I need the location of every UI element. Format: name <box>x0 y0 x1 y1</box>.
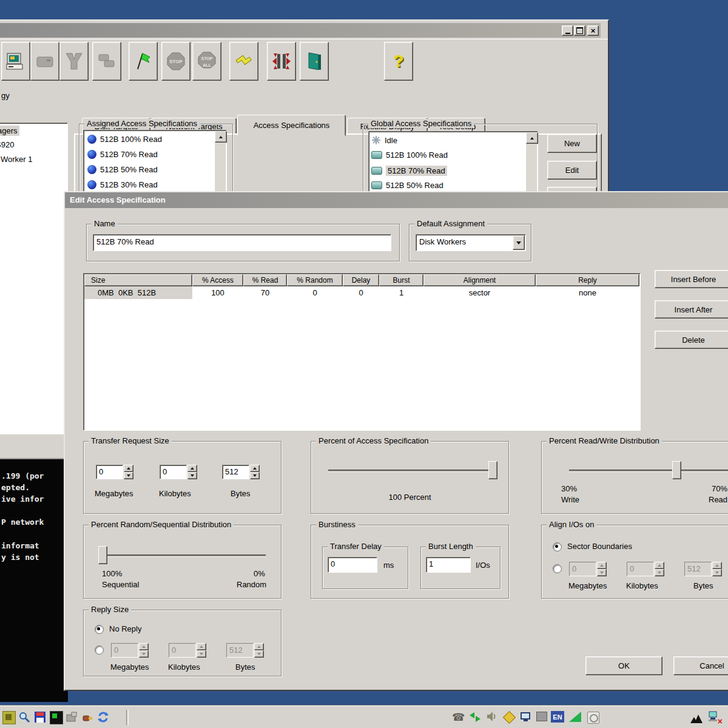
quicklaunch-search-icon[interactable] <box>18 711 30 723</box>
random-seq-slider-thumb[interactable] <box>98 546 107 564</box>
dial-icon[interactable] <box>587 712 599 724</box>
align-bytes-spinner: 512 <box>684 562 722 576</box>
spin-down-button[interactable] <box>187 472 197 479</box>
no-reply-radio[interactable] <box>95 625 104 634</box>
stop-test-button[interactable]: STOP <box>161 42 190 81</box>
sync-arrows-icon[interactable] <box>470 712 480 724</box>
global-spec-item-idle[interactable]: Idle <box>371 135 397 145</box>
col-access[interactable]: % Access <box>192 274 243 286</box>
split-button[interactable] <box>59 42 89 81</box>
scroll-up-button[interactable] <box>526 132 538 144</box>
spec-table-row[interactable]: 0MB 0KB 512B 100 70 0 0 1 sector none <box>84 286 639 299</box>
tree-item-managers[interactable]: agers <box>0 126 19 136</box>
align-custom-radio[interactable] <box>553 564 562 573</box>
col-reply[interactable]: Reply <box>536 274 639 286</box>
quicklaunch-package-icon[interactable] <box>66 711 78 723</box>
network-connections-button[interactable] <box>267 42 296 81</box>
help-button[interactable]: ? <box>384 42 413 81</box>
read-write-slider-track[interactable] <box>569 470 728 472</box>
volume-icon[interactable] <box>487 712 497 724</box>
combo-dropdown-button[interactable] <box>513 235 525 250</box>
edit-spec-button[interactable]: Edit <box>547 161 597 180</box>
reply-custom-radio[interactable] <box>95 645 104 655</box>
spin-down-button[interactable] <box>124 472 133 479</box>
ios-unit-label: I/Os <box>476 561 490 570</box>
insert-after-button[interactable]: Insert After <box>655 300 728 318</box>
new-manager-button[interactable] <box>1 42 30 81</box>
reset-arrow-icon <box>234 51 254 72</box>
trs-megabytes-spinner[interactable]: 0 <box>96 465 133 479</box>
sequential-label: Sequential <box>102 580 139 589</box>
tree-item-manager[interactable]: S920 <box>0 140 14 149</box>
cell-size[interactable]: 0MB 0KB 512B <box>84 286 192 299</box>
quicklaunch-console-icon[interactable] <box>50 711 63 724</box>
new-spec-button[interactable]: New <box>547 134 597 153</box>
delete-button[interactable]: Delete <box>655 331 728 349</box>
maximize-button[interactable] <box>574 25 585 36</box>
global-spec-item-selected[interactable]: 512B 70% Read <box>371 166 447 176</box>
spin-down-button[interactable] <box>250 472 260 479</box>
quicklaunch-refresh-icon[interactable] <box>97 711 109 723</box>
language-indicator[interactable]: EN <box>551 711 564 723</box>
main-window-titlebar[interactable] <box>0 23 601 38</box>
console-window[interactable]: .199 (por epted. ive infor P network inf… <box>0 458 68 702</box>
reply-size-group: Reply Size No Reply 0 Megabytes 0 Kiloby… <box>83 610 281 676</box>
assigned-spec-item[interactable]: 512B 30% Read <box>87 180 158 189</box>
graph-tray-icon[interactable] <box>690 715 703 726</box>
spin-up-button[interactable] <box>250 465 260 472</box>
col-alignment[interactable]: Alignment <box>423 274 536 286</box>
percent-access-slider-track[interactable] <box>328 470 497 472</box>
cancel-button[interactable]: Cancel <box>673 656 728 675</box>
network-disconnected-icon[interactable]: × <box>707 710 721 724</box>
signal-strength-icon[interactable] <box>569 712 581 722</box>
trs-bytes-spinner[interactable]: 512 <box>222 465 260 479</box>
percent-access-slider-thumb[interactable] <box>488 461 497 479</box>
spec-table[interactable]: Size % Access % Read % Random Delay Burs… <box>83 273 641 431</box>
tab-access-specifications[interactable]: Access Specifications <box>237 115 346 136</box>
insert-before-button[interactable]: Insert Before <box>655 270 728 288</box>
assigned-spec-item[interactable]: 512B 50% Read <box>87 165 158 174</box>
quicklaunch-floppy-icon[interactable] <box>34 711 46 723</box>
scroll-up-button[interactable] <box>215 131 227 143</box>
reset-results-button[interactable] <box>229 42 258 81</box>
trs-kilobytes-spinner[interactable]: 0 <box>160 465 197 479</box>
quicklaunch-plug-icon[interactable] <box>81 711 93 723</box>
name-input[interactable]: 512B 70% Read <box>93 234 391 251</box>
phone-icon[interactable]: ☎ <box>452 711 465 724</box>
tree-item-worker[interactable]: Worker 1 <box>1 155 33 164</box>
disk-spec-icon <box>371 181 382 189</box>
read-label: Read <box>709 495 727 504</box>
spin-up-button[interactable] <box>187 465 197 472</box>
start-tests-button[interactable] <box>129 42 158 81</box>
quicklaunch-icon-1[interactable] <box>2 711 16 724</box>
topology-tree[interactable]: agers S920 Worker 1 <box>0 123 68 434</box>
exit-button[interactable] <box>300 42 329 81</box>
stop-all-button[interactable]: STOP ALL <box>192 42 221 81</box>
align-kilobytes-label: Kilobytes <box>626 581 658 590</box>
col-burst[interactable]: Burst <box>379 274 423 286</box>
col-random[interactable]: % Random <box>287 274 343 286</box>
yellow-diamond-icon[interactable] <box>503 711 516 724</box>
global-spec-item[interactable]: 512B 50% Read <box>371 181 443 190</box>
col-size[interactable]: Size <box>84 274 192 286</box>
read-write-slider-thumb[interactable] <box>672 461 681 479</box>
assigned-spec-item[interactable]: 512B 70% Read <box>87 150 158 159</box>
spin-up-button[interactable] <box>124 465 133 472</box>
sector-boundaries-radio[interactable] <box>553 542 562 551</box>
col-read[interactable]: % Read <box>243 274 287 286</box>
monitor-tray-icon[interactable] <box>521 712 531 725</box>
global-spec-item[interactable]: 512B 100% Read <box>371 150 448 160</box>
dialog-titlebar[interactable]: Edit Access Specification <box>65 192 728 208</box>
duplicate-button[interactable] <box>92 42 121 81</box>
ok-button[interactable]: OK <box>585 656 662 675</box>
burst-length-input[interactable]: 1 <box>426 557 471 573</box>
disconnect-button[interactable] <box>30 42 59 81</box>
transfer-delay-input[interactable]: 0 <box>328 557 377 573</box>
random-seq-slider-track[interactable] <box>101 554 266 557</box>
close-button[interactable]: × <box>587 25 599 36</box>
assigned-spec-item[interactable]: 512B 100% Read <box>87 135 162 144</box>
gray-square-tray-icon[interactable] <box>536 712 547 721</box>
minimize-button[interactable] <box>562 25 573 36</box>
col-delay[interactable]: Delay <box>343 274 379 286</box>
default-assignment-select[interactable]: Disk Workers <box>416 234 526 251</box>
